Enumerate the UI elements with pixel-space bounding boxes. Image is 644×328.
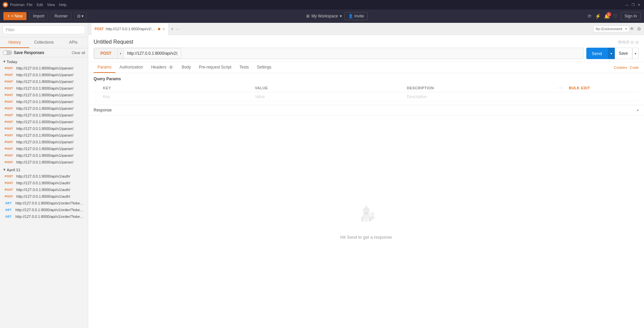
menu-help[interactable]: Help xyxy=(59,3,67,7)
method-badge: GET xyxy=(3,215,13,219)
list-item[interactable]: POSThttp://127.0.0.1:8000/api/v1/parser/ xyxy=(0,159,88,166)
list-item[interactable]: POSThttp://127.0.0.1:8000/api/v1/parser/ xyxy=(0,78,88,85)
app-logo xyxy=(3,2,8,7)
new-button[interactable]: + + New xyxy=(3,12,26,20)
method-badge: POST xyxy=(3,73,14,77)
svg-rect-6 xyxy=(365,218,368,222)
list-item[interactable]: POSThttp://127.0.0.1:8000/api/v1/parser/ xyxy=(0,72,88,78)
svg-rect-3 xyxy=(361,217,364,222)
list-item[interactable]: POSThttp://127.0.0.1:8000/api/v1/auth/ xyxy=(0,193,88,200)
list-item[interactable]: GEThttp://127.0.0.1:8000/api/v1/order/?t… xyxy=(0,206,88,213)
tab-body-label: Body xyxy=(182,65,191,69)
list-item[interactable]: POSThttp://127.0.0.1:8000/api/v1/parser/ xyxy=(0,92,88,98)
method-select[interactable]: POST GET PUT PATCH DELETE xyxy=(94,48,118,58)
list-item[interactable]: POSThttp://127.0.0.1:8000/api/v1/parser/ xyxy=(0,139,88,145)
list-item[interactable]: POSThttp://127.0.0.1:8000/api/v1/parser/ xyxy=(0,65,88,72)
sidebar-tab-history[interactable]: History xyxy=(0,37,29,48)
sidebar-tab-collections[interactable]: Collections xyxy=(29,37,58,48)
list-item[interactable]: POSThttp://127.0.0.1:8000/api/v1/parser/ xyxy=(0,145,88,152)
params-col-checkbox xyxy=(94,84,100,92)
list-item[interactable]: GEThttp://127.0.0.1:8000/api/v1/order/?t… xyxy=(0,200,88,206)
tab-authorization[interactable]: Authorization xyxy=(115,62,147,73)
method-badge: POST xyxy=(3,113,14,117)
runner-button[interactable]: Runner xyxy=(51,12,71,20)
list-item[interactable]: POSThttp://127.0.0.1:8000/api/v1/parser/ xyxy=(0,85,88,92)
method-badge: POST xyxy=(3,140,14,144)
tab-headers-label: Headers xyxy=(151,65,166,69)
tab-headers[interactable]: Headers 8 xyxy=(147,62,177,73)
history-url: http://127.0.0.1:8000/api/v1/parser/ xyxy=(16,80,85,84)
heart-icon[interactable]: ♡ xyxy=(613,13,618,19)
params-col-description: DESCRIPTION xyxy=(404,84,556,92)
list-item[interactable]: POSThttp://127.0.0.1:8000/api/v1/auth/ xyxy=(0,180,88,186)
tab-tests[interactable]: Tests xyxy=(235,62,253,73)
environment-select[interactable]: No Environment xyxy=(593,26,629,32)
sync-icon[interactable]: ⟳ xyxy=(588,13,592,19)
method-badge: POST xyxy=(3,133,14,137)
list-item[interactable]: POSThttp://127.0.0.1:8000/api/v1/parser/ xyxy=(0,152,88,159)
tab-body[interactable]: Body xyxy=(178,62,195,73)
tab-pre-request-script[interactable]: Pre-request Script xyxy=(195,62,235,73)
list-item[interactable]: POSThttp://127.0.0.1:8000/api/v1/parser/ xyxy=(0,125,88,132)
method-caret-icon[interactable]: ▾ xyxy=(118,48,124,58)
sidebar-tabs: History Collections APIs xyxy=(0,37,88,48)
more-tabs-button[interactable]: ··· xyxy=(175,26,179,32)
import-button[interactable]: Import xyxy=(29,12,48,20)
sidebar: History Collections APIs Save Responses … xyxy=(0,23,88,328)
history-url: http://127.0.0.1:8000/api/v1/parser/ xyxy=(16,127,85,131)
clear-all-button[interactable]: Clear all xyxy=(72,51,85,55)
tab-close-icon[interactable]: ✕ xyxy=(162,27,165,31)
list-item[interactable]: POSThttp://127.0.0.1:8000/api/v1/parser/ xyxy=(0,105,88,112)
toolbar-right: ⟳ ⚡ 🔔 1 ♡ Sign In xyxy=(588,12,641,20)
env-view-button[interactable]: 👁 xyxy=(630,26,634,32)
close-button[interactable]: ✕ xyxy=(637,2,641,7)
tab-params[interactable]: Params xyxy=(94,62,115,73)
list-item[interactable]: POSThttp://127.0.0.1:8000/api/v1/parser/ xyxy=(0,119,88,125)
history-url: http://127.0.0.1:8000/api/v1/parser/ xyxy=(16,93,85,97)
response-caret-icon[interactable]: ▾ xyxy=(637,108,639,112)
api-network-icon[interactable]: ⚡ xyxy=(595,13,601,19)
menu-view[interactable]: View xyxy=(47,3,55,7)
sidebar-tab-apis[interactable]: APIs xyxy=(59,37,88,48)
description-input[interactable] xyxy=(407,94,553,99)
menu-file[interactable]: File xyxy=(26,3,33,7)
save-responses-switch[interactable] xyxy=(3,50,12,55)
send-dropdown-button[interactable]: ▾ xyxy=(607,48,615,59)
sign-in-button[interactable]: Sign In xyxy=(621,12,641,20)
env-settings-button[interactable]: ⚙ xyxy=(637,26,641,32)
response-header: Response ▾ xyxy=(88,105,644,115)
add-tab-button[interactable]: + xyxy=(171,26,173,32)
request-tab-active[interactable]: POST http://127.0.0.1:8000/api/v2/p... ✕ xyxy=(91,23,169,35)
svg-marker-2 xyxy=(363,205,370,210)
method-badge: POST xyxy=(3,100,14,104)
bulk-dots-icon[interactable]: ··· xyxy=(559,86,563,90)
url-input[interactable] xyxy=(124,48,181,58)
app-title: Postman xyxy=(10,3,24,7)
search-input[interactable] xyxy=(3,26,85,34)
save-dropdown-button[interactable]: ▾ xyxy=(632,48,639,59)
layout-button[interactable]: ⊟ ▾ xyxy=(74,12,87,20)
list-item[interactable]: POSThttp://127.0.0.1:8000/api/v1/auth/ xyxy=(0,173,88,180)
tab-actions: + ··· xyxy=(171,26,179,32)
list-item[interactable]: POSThttp://127.0.0.1:8000/api/v1/auth/ xyxy=(0,186,88,193)
save-button[interactable]: Save xyxy=(615,48,632,59)
bulk-edit-link[interactable]: Bulk Edit xyxy=(569,86,590,90)
value-input[interactable] xyxy=(255,94,401,99)
history-url: http://127.0.0.1:8000/api/v1/auth/ xyxy=(16,194,85,198)
workspace-button[interactable]: ⊞ My Workspace ▾ xyxy=(306,14,341,18)
list-item[interactable]: POSThttp://127.0.0.1:8000/api/v1/parser/ xyxy=(0,112,88,119)
title-bar: Postman File Edit View Help — ❐ ✕ xyxy=(0,0,644,9)
minimize-button[interactable]: — xyxy=(625,2,629,7)
list-item[interactable]: POSThttp://127.0.0.1:8000/api/v1/parser/ xyxy=(0,132,88,139)
maximize-button[interactable]: ❐ xyxy=(631,2,635,7)
code-link[interactable]: Code xyxy=(630,65,639,69)
tab-settings[interactable]: Settings xyxy=(253,62,275,73)
invite-button[interactable]: 👤 Invite xyxy=(344,12,368,20)
send-button[interactable]: Send xyxy=(586,48,607,59)
menu-edit[interactable]: Edit xyxy=(37,3,43,7)
cookies-link[interactable]: Cookies xyxy=(614,65,627,69)
key-input[interactable] xyxy=(103,94,250,99)
list-item[interactable]: GEThttp://127.0.0.1:8000/api/v1/order/?t… xyxy=(0,213,88,220)
method-badge: POST xyxy=(3,160,14,164)
list-item[interactable]: POSThttp://127.0.0.1:8000/api/v1/parser/ xyxy=(0,98,88,105)
